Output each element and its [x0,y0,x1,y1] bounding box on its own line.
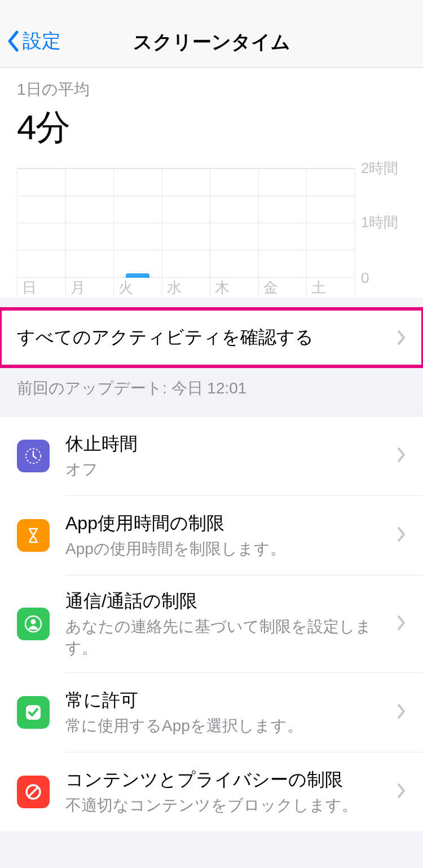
hourglass-icon [17,519,50,552]
menu-row-check[interactable]: 常に許可常に使用するAppを選択します。 [0,673,423,752]
menu-body: コンテンツとプライバシーの制限不適切なコンテンツをブロックします。 [65,768,397,816]
menu-subtitle: オフ [65,459,390,480]
chevron-right-icon [397,615,406,633]
x-tick: 水 [167,278,182,298]
chevron-left-icon [7,30,19,52]
chevron-right-icon [397,783,406,801]
menu-row-downtime[interactable]: 休止時間オフ [0,417,423,495]
ban-icon [17,776,50,808]
avg-value: 4分 [17,104,406,151]
svg-point-2 [31,619,36,624]
chart-col: 木 [210,169,259,298]
menu-subtitle: 不適切なコンテンツをブロックします。 [65,795,390,816]
all-activity-row[interactable]: すべてのアクティビティを確認する [0,309,423,366]
menu-title: 常に許可 [65,688,390,713]
x-tick: 木 [215,278,230,298]
check-icon [17,696,50,729]
menu-body: 休止時間オフ [65,432,397,480]
x-tick: 月 [70,278,85,298]
all-activity-label: すべてのアクティビティを確認する [17,325,314,350]
summary-section: 1日の平均 4分 日月火水木金土 2時間 1時間 0 [0,68,423,298]
x-tick: 金 [263,278,278,298]
downtime-icon [17,440,50,472]
menu-row-hourglass[interactable]: App使用時間の制限Appの使用時間を制限します。 [0,496,423,575]
menu-body: App使用時間の制限Appの使用時間を制限します。 [65,511,397,560]
settings-menu: 休止時間オフApp使用時間の制限Appの使用時間を制限します。通信/通話の制限あ… [0,416,423,831]
menu-subtitle: あなたの連絡先に基づいて制限を設定します。 [65,616,390,659]
chevron-right-icon [397,447,406,465]
menu-row-contact[interactable]: 通信/通話の制限あなたの連絡先に基づいて制限を設定します。 [0,575,423,672]
back-button[interactable]: 設定 [7,28,61,54]
menu-title: App使用時間の制限 [65,511,390,536]
menu-title: 通信/通話の制限 [65,589,390,614]
chevron-right-icon [397,330,406,346]
menu-title: 休止時間 [65,432,390,457]
y-tick: 2時間 [361,158,398,178]
y-axis: 2時間 1時間 0 [355,168,406,298]
avg-label: 1日の平均 [17,79,406,100]
usage-chart: 日月火水木金土 2時間 1時間 0 [17,168,406,298]
chart-col: 土 [307,169,355,298]
chart-col: 火 [114,169,162,298]
x-tick: 日 [22,278,37,298]
menu-subtitle: 常に使用するAppを選択します。 [65,715,390,737]
chart-grid: 日月火水木金土 [17,168,355,298]
menu-row-ban[interactable]: コンテンツとプライバシーの制限不適切なコンテンツをブロックします。 [0,752,423,831]
menu-title: コンテンツとプライバシーの制限 [65,768,390,792]
menu-subtitle: Appの使用時間を制限します。 [65,538,390,560]
x-tick: 土 [311,278,326,298]
menu-body: 通信/通話の制限あなたの連絡先に基づいて制限を設定します。 [65,589,397,659]
chart-col: 金 [259,169,307,298]
svg-line-5 [28,787,38,797]
chevron-right-icon [397,526,406,544]
x-tick: 火 [118,278,133,298]
chart-bar [126,273,149,278]
navbar: 設定 スクリーンタイム [0,0,423,68]
chart-col: 水 [162,169,211,298]
back-label: 設定 [23,28,61,54]
chart-col: 日 [17,169,66,298]
y-tick: 0 [361,269,369,287]
menu-body: 常に許可常に使用するAppを選択します。 [65,688,397,737]
chart-col: 月 [66,169,114,298]
page-title: スクリーンタイム [0,29,423,55]
contact-icon [17,608,50,640]
last-update-note: 前回のアップデート: 今日 12:01 [0,366,423,416]
chevron-right-icon [397,703,406,721]
y-tick: 1時間 [361,212,398,232]
